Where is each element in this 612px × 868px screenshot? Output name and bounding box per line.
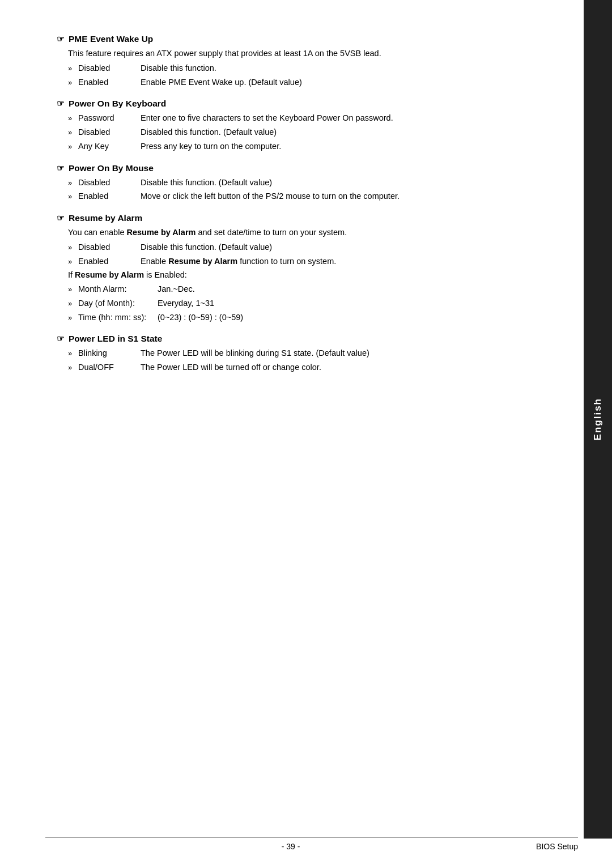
bullet-icon: »	[68, 113, 76, 124]
bullet-icon: »	[68, 77, 76, 88]
item-desc: Press any key to turn on the computer.	[141, 141, 538, 153]
section-icon-led: ☞	[57, 334, 64, 344]
item-key: Month Alarm:	[78, 283, 158, 296]
bullet-icon: »	[68, 362, 76, 373]
bullet-icon: »	[68, 63, 76, 74]
bullet-icon: »	[68, 348, 76, 359]
side-tab-label: English	[592, 398, 604, 440]
item-key: Disabled	[78, 62, 141, 75]
item-key: Password	[78, 112, 141, 125]
list-item: » Disabled Disable this function. (Defau…	[68, 241, 538, 254]
item-key: Enabled	[78, 190, 141, 203]
item-key: Day (of Month):	[78, 297, 158, 310]
section-intro-pme: This feature requires an ATX power suppl…	[68, 48, 538, 60]
item-key: Enabled	[78, 76, 141, 89]
item-key: Disabled	[78, 177, 141, 189]
bullet-icon: »	[68, 312, 76, 324]
section-title-mouse: ☞ Power On By Mouse	[57, 163, 538, 173]
item-desc: (0~23) : (0~59) : (0~59)	[158, 312, 538, 324]
section-heading-pme: PME Event Wake Up	[69, 34, 153, 44]
bullet-icon: »	[68, 191, 76, 202]
section-title-keyboard: ☞ Power On By Keyboard	[57, 99, 538, 109]
item-desc: The Power LED will be turned off or chan…	[141, 361, 538, 374]
item-desc: Disable this function. (Default value)	[141, 241, 538, 254]
side-tab: English	[584, 0, 612, 839]
item-desc: Enter one to five characters to set the …	[141, 112, 538, 125]
section-heading-led: Power LED in S1 State	[69, 334, 162, 344]
list-item: » Disabled Disabled this function. (Defa…	[68, 126, 538, 139]
section-resume-by-alarm: ☞ Resume by Alarm You can enable Resume …	[57, 213, 538, 324]
item-desc: Move or click the left button of the PS/…	[141, 190, 538, 203]
list-item: » Enabled Enable PME Event Wake up. (Def…	[68, 76, 538, 89]
section-heading-keyboard: Power On By Keyboard	[69, 99, 166, 109]
item-desc: Disabled this function. (Default value)	[141, 126, 538, 139]
item-key: Dual/OFF	[78, 361, 141, 374]
list-item: » Any Key Press any key to turn on the c…	[68, 141, 538, 153]
item-key: Blinking	[78, 347, 141, 360]
section-intro-alarm: You can enable Resume by Alarm and set d…	[68, 227, 538, 239]
section-power-led-s1: ☞ Power LED in S1 State » Blinking The P…	[57, 334, 538, 374]
list-item: » Enabled Move or click the left button …	[68, 190, 538, 203]
list-item: » Disabled Disable this function. (Defau…	[68, 177, 538, 189]
bullet-icon: »	[68, 298, 76, 309]
section-icon-alarm: ☞	[57, 213, 64, 223]
section-power-on-keyboard: ☞ Power On By Keyboard » Password Enter …	[57, 99, 538, 152]
bullet-icon: »	[68, 242, 76, 253]
alarm-if-enabled-label: If Resume by Alarm is Enabled:	[68, 269, 538, 282]
list-item: » Password Enter one to five characters …	[68, 112, 538, 125]
footer-right: BIOS Setup	[536, 842, 578, 851]
list-item: » Day (of Month): Everyday, 1~31	[68, 297, 538, 310]
page-content: ☞ PME Event Wake Up This feature require…	[0, 0, 584, 868]
section-icon-keyboard: ☞	[57, 99, 64, 109]
section-icon-pme: ☞	[57, 34, 64, 44]
item-key: Disabled	[78, 126, 141, 139]
section-power-on-mouse: ☞ Power On By Mouse » Disabled Disable t…	[57, 163, 538, 203]
list-item: » Disabled Disable this function.	[68, 62, 538, 75]
bullet-icon: »	[68, 141, 76, 152]
item-desc: Disable this function.	[141, 62, 538, 75]
item-desc: Enable Resume by Alarm function to turn …	[141, 256, 538, 268]
alarm-if-label: If Resume by Alarm is Enabled:	[68, 269, 187, 282]
bullet-icon: »	[68, 177, 76, 189]
footer: - 39 - BIOS Setup	[45, 837, 578, 851]
item-desc: Everyday, 1~31	[158, 297, 538, 310]
item-key: Disabled	[78, 241, 141, 254]
footer-page-number: - 39 -	[282, 842, 300, 851]
bullet-icon: »	[68, 284, 76, 295]
bullet-icon: »	[68, 127, 76, 138]
section-pme-event-wake-up: ☞ PME Event Wake Up This feature require…	[57, 34, 538, 88]
list-item: » Dual/OFF The Power LED will be turned …	[68, 361, 538, 374]
list-item: » Time (hh: mm: ss): (0~23) : (0~59) : (…	[68, 312, 538, 324]
section-heading-alarm: Resume by Alarm	[69, 213, 142, 223]
item-key: Time (hh: mm: ss):	[78, 312, 158, 324]
item-desc: Jan.~Dec.	[158, 283, 538, 296]
list-item: » Blinking The Power LED will be blinkin…	[68, 347, 538, 360]
bullet-icon: »	[68, 256, 76, 267]
list-item: » Enabled Enable Resume by Alarm functio…	[68, 256, 538, 268]
section-icon-mouse: ☞	[57, 163, 64, 173]
item-desc: Disable this function. (Default value)	[141, 177, 538, 189]
item-key: Enabled	[78, 256, 141, 268]
item-desc: The Power LED will be blinking during S1…	[141, 347, 538, 360]
section-title-pme: ☞ PME Event Wake Up	[57, 34, 538, 44]
item-desc: Enable PME Event Wake up. (Default value…	[141, 76, 538, 89]
section-title-led: ☞ Power LED in S1 State	[57, 334, 538, 344]
item-key: Any Key	[78, 141, 141, 153]
section-title-alarm: ☞ Resume by Alarm	[57, 213, 538, 223]
section-heading-mouse: Power On By Mouse	[69, 163, 154, 173]
list-item: » Month Alarm: Jan.~Dec.	[68, 283, 538, 296]
